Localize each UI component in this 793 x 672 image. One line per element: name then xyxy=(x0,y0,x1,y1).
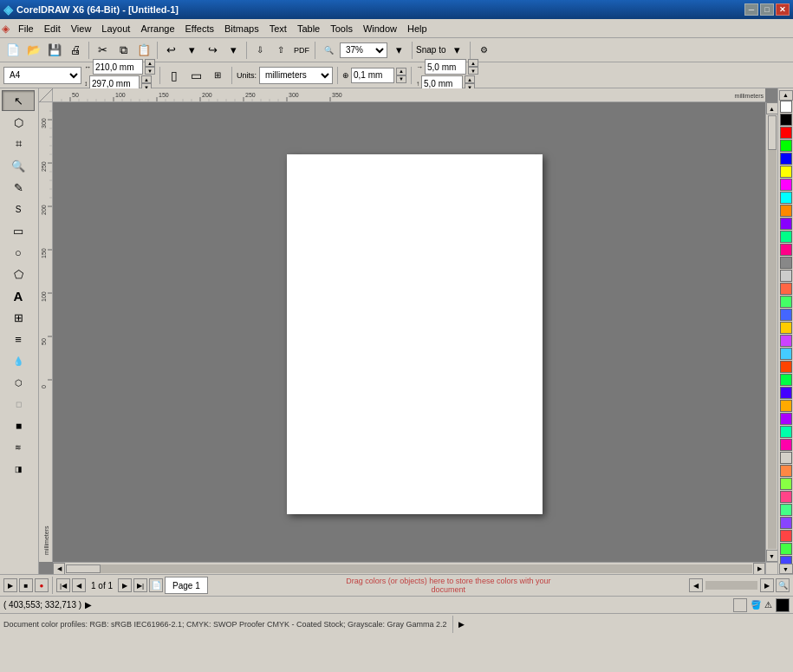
menu-arrange[interactable]: Arrange xyxy=(135,20,179,37)
menu-table[interactable]: Table xyxy=(292,20,325,37)
menu-edit[interactable]: Edit xyxy=(39,20,66,37)
last-page-btn[interactable]: ▶| xyxy=(133,578,147,592)
export-button[interactable]: ⇧ xyxy=(271,41,290,60)
redo-button[interactable]: ↪ xyxy=(203,41,222,60)
save-button[interactable]: 💾 xyxy=(45,41,64,60)
duplicate-x-input[interactable] xyxy=(425,59,466,75)
freehand-tool[interactable]: ✎ xyxy=(2,177,35,198)
redo-dropdown[interactable]: ▾ xyxy=(224,41,243,60)
color-swatch[interactable] xyxy=(780,283,792,295)
landscape-btn[interactable]: ▭ xyxy=(186,66,205,85)
color-swatch[interactable] xyxy=(780,465,792,477)
outline-tool[interactable]: ◻ xyxy=(2,394,35,414)
color-swatch[interactable] xyxy=(780,361,792,373)
page1-tab[interactable]: Page 1 xyxy=(165,577,208,594)
paste-button[interactable]: 📋 xyxy=(134,41,153,60)
menu-window[interactable]: Window xyxy=(358,20,402,37)
zoom-tool[interactable]: 🔍 xyxy=(2,155,35,176)
color-swatch[interactable] xyxy=(780,218,792,230)
color-swatch[interactable] xyxy=(780,543,792,555)
copy-button[interactable]: ⧉ xyxy=(114,41,133,60)
color-swatch[interactable] xyxy=(780,270,792,282)
ellipse-tool[interactable]: ○ xyxy=(2,242,35,263)
next-page-btn[interactable]: ▶ xyxy=(118,578,132,592)
palette-up-btn[interactable]: ▲ xyxy=(779,90,793,101)
print-button[interactable]: 🖨 xyxy=(66,41,85,60)
canvas-area[interactable] xyxy=(53,102,765,562)
color-swatch[interactable] xyxy=(780,400,792,412)
zoom-btn2[interactable]: 🔍 xyxy=(776,578,790,592)
color-swatch[interactable] xyxy=(780,556,792,564)
hscroll-extra-right[interactable]: ▶ xyxy=(760,578,774,592)
menu-help[interactable]: Help xyxy=(402,20,432,37)
color-swatch[interactable] xyxy=(780,192,792,204)
hscroll-right-btn[interactable]: ▶ xyxy=(753,563,765,575)
dupy-up-btn[interactable]: ▲ xyxy=(465,75,475,83)
page-hscroll[interactable] xyxy=(705,581,757,590)
play-btn[interactable]: ▶ xyxy=(3,578,17,592)
undo-dropdown[interactable]: ▾ xyxy=(182,41,201,60)
dupx-up-btn[interactable]: ▲ xyxy=(468,59,478,67)
vscroll-down-btn[interactable]: ▼ xyxy=(766,550,778,562)
menu-layout[interactable]: Layout xyxy=(96,20,135,37)
prev-page-btn[interactable]: ◀ xyxy=(72,578,86,592)
height-up-btn[interactable]: ▲ xyxy=(141,75,152,83)
add-page-btn[interactable]: 📄 xyxy=(149,578,163,592)
fill-color-btn[interactable] xyxy=(733,598,747,612)
color-swatch[interactable] xyxy=(780,257,792,269)
color-swatch[interactable] xyxy=(780,166,792,178)
smart-tool[interactable]: S xyxy=(2,199,35,219)
dupx-down-btn[interactable]: ▼ xyxy=(468,67,478,75)
rectangle-tool[interactable]: ▭ xyxy=(2,220,35,241)
color-swatch[interactable] xyxy=(780,179,792,191)
import-button[interactable]: ⇩ xyxy=(250,41,270,60)
text-tool[interactable]: A xyxy=(2,285,35,306)
open-button[interactable]: 📂 xyxy=(24,41,43,60)
paintbucket-tool[interactable]: ⬡ xyxy=(2,372,35,393)
color-swatch[interactable] xyxy=(780,374,792,386)
select-tool[interactable]: ↖ xyxy=(2,90,35,111)
color-swatch[interactable] xyxy=(780,387,792,399)
page-size-select[interactable]: A4 xyxy=(3,67,81,84)
color-swatch[interactable] xyxy=(780,244,792,256)
color-swatch[interactable] xyxy=(780,140,792,152)
color-swatch[interactable] xyxy=(780,296,792,308)
menu-view[interactable]: View xyxy=(66,20,97,37)
color-swatch[interactable] xyxy=(780,101,792,113)
undo-button[interactable]: ↩ xyxy=(161,41,180,60)
menu-file[interactable]: File xyxy=(13,20,39,37)
color-swatch[interactable] xyxy=(780,491,792,503)
color-swatch[interactable] xyxy=(780,348,792,360)
hscroll-track[interactable] xyxy=(66,564,752,573)
vscroll-thumb[interactable] xyxy=(768,115,777,150)
color-swatch[interactable] xyxy=(780,231,792,243)
node-tool[interactable]: ⬡ xyxy=(2,112,35,133)
zoom-select[interactable]: 37% 50% 75% 100% xyxy=(340,42,387,58)
fill-tool[interactable]: ◼ xyxy=(2,415,35,436)
crop-tool[interactable]: ⌗ xyxy=(2,134,35,154)
minimize-button[interactable]: ─ xyxy=(744,3,758,16)
nudge-input[interactable] xyxy=(351,68,394,83)
first-page-btn[interactable]: |◀ xyxy=(56,578,70,592)
color-swatch[interactable] xyxy=(780,127,792,139)
menu-bitmaps[interactable]: Bitmaps xyxy=(219,20,264,37)
nudge-up-btn[interactable]: ▲ xyxy=(396,68,406,75)
hscroll-extra-left[interactable]: ◀ xyxy=(689,578,703,592)
nudge-down-btn[interactable]: ▼ xyxy=(396,75,406,83)
snap-dropdown[interactable]: ▾ xyxy=(447,41,466,60)
menu-text[interactable]: Text xyxy=(264,20,292,37)
record-btn[interactable]: ● xyxy=(35,578,49,592)
menu-tools[interactable]: Tools xyxy=(325,20,358,37)
units-select[interactable]: millimeters xyxy=(259,67,333,84)
portrait-btn[interactable]: ▯ xyxy=(165,66,184,85)
maximize-button[interactable]: □ xyxy=(760,3,774,16)
color-swatch[interactable] xyxy=(780,153,792,165)
color-swatch[interactable] xyxy=(780,426,792,438)
color-swatch[interactable] xyxy=(780,335,792,347)
color-swatch[interactable] xyxy=(780,530,792,542)
color-swatch[interactable] xyxy=(780,478,792,490)
close-button[interactable]: ✕ xyxy=(776,3,790,16)
options-button[interactable]: ⚙ xyxy=(474,41,493,60)
color-swatch[interactable] xyxy=(780,114,792,126)
color-swatch[interactable] xyxy=(780,439,792,451)
